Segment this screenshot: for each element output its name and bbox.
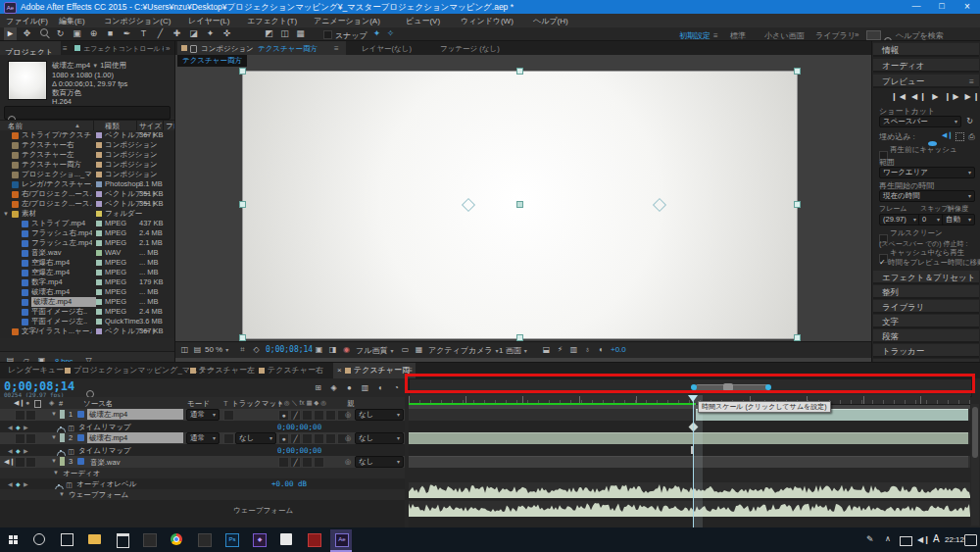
- table-row[interactable]: 破壊右.mp4MPEG... MB: [0, 287, 174, 297]
- grid-options-icon[interactable]: ▤: [191, 343, 204, 356]
- keyframe-toggle-icon[interactable]: ◆: [16, 480, 21, 487]
- parent-dropdown[interactable]: なし: [355, 456, 404, 468]
- transport-controls[interactable]: ❙◀ ◀❙ ▶ ❙▶ ▶❙: [891, 92, 980, 101]
- file-explorer-icon[interactable]: [88, 534, 101, 544]
- snap-checkbox[interactable]: [323, 30, 332, 39]
- workspace-small-screen[interactable]: 小さい画面: [764, 30, 804, 41]
- layer-color-chip[interactable]: [60, 457, 65, 466]
- workspace-library[interactable]: ライブラリ: [815, 30, 856, 41]
- view-axis-mode-icon[interactable]: ▦: [294, 27, 307, 40]
- rotate-tool-icon[interactable]: ↻: [54, 27, 67, 40]
- menu-composition[interactable]: コンポジション(C): [104, 16, 171, 26]
- layer-expander-icon[interactable]: ▼: [51, 458, 57, 464]
- layer-source-name[interactable]: 破壊右.mp4: [87, 432, 183, 443]
- property-row[interactable]: ◀ ◆ ▶ ◫ オーディオレベル +0.00 dB: [0, 478, 405, 489]
- panel-paragraph[interactable]: 段落: [873, 329, 979, 343]
- property-name[interactable]: タイムリマップ: [78, 423, 131, 432]
- region-of-interest-icon[interactable]: ▭: [399, 343, 412, 356]
- property-row[interactable]: ◀ ◆ ▶ ◫ タイムリマップ 0;00;00;00: [0, 421, 405, 432]
- selection-tool-icon[interactable]: ►: [4, 27, 17, 40]
- action-center-icon[interactable]: [964, 534, 977, 546]
- network-icon[interactable]: [900, 536, 912, 546]
- next-keyframe-icon[interactable]: ▶: [24, 480, 28, 487]
- sort-ascending-icon[interactable]: ▲: [74, 123, 80, 128]
- menu-effect[interactable]: エフェクト(T): [247, 16, 297, 26]
- workspace-bar-icon[interactable]: [866, 30, 881, 40]
- panel-align[interactable]: 整列: [873, 285, 979, 299]
- panel-libraries[interactable]: ライブラリ: [873, 300, 979, 314]
- layer-color-chip[interactable]: [60, 433, 65, 442]
- menu-layer[interactable]: レイヤー(L): [188, 16, 229, 26]
- solo-toggle[interactable]: [25, 433, 36, 444]
- layer-row[interactable]: ◀❙ ▼ 3 音楽.wav ╱ ◎ なし: [0, 456, 405, 468]
- property-row[interactable]: ◀ ◆ ▶ ◫ タイムリマップ 0;00;00;00: [0, 444, 405, 456]
- workspace-menu-icon[interactable]: ≡: [713, 31, 718, 40]
- keyframe-toggle-icon[interactable]: ◆: [16, 424, 21, 430]
- selection-handle[interactable]: [516, 334, 523, 341]
- prev-keyframe-icon[interactable]: ◀: [8, 424, 13, 430]
- layer-row[interactable]: ▼ 1 破壊左.mp4 通常 ●╱ ◎ なし: [0, 409, 405, 421]
- tab-comp-texture-both[interactable]: × テクスチャー両方 ≡: [333, 363, 416, 378]
- table-row[interactable]: 右/プロジェク...ース.aiベクトルアート351 KB: [0, 189, 174, 199]
- table-row[interactable]: フラッシュ右.mp4MPEG2.4 MB: [0, 228, 174, 238]
- audio-toggle[interactable]: [15, 410, 25, 421]
- menu-edit[interactable]: 編集(E): [59, 16, 85, 26]
- minimize-button[interactable]: —: [904, 0, 929, 14]
- magnification-dropdown[interactable]: 50 %: [205, 345, 228, 354]
- parent-dropdown[interactable]: なし: [355, 409, 404, 421]
- pixel-aspect-correction-icon[interactable]: ⬓: [540, 343, 553, 356]
- menu-animation[interactable]: アニメーション(A): [314, 16, 380, 26]
- panel-preview-header[interactable]: プレビュー ≡: [873, 75, 979, 88]
- panel-info[interactable]: 情報: [873, 43, 979, 57]
- workspace-overflow-icon[interactable]: »: [855, 30, 858, 39]
- selection-handle[interactable]: [239, 201, 246, 208]
- skip-dropdown[interactable]: 0: [918, 214, 944, 226]
- reset-exposure-icon[interactable]: ◐: [595, 343, 608, 356]
- pan-behind-tool-icon[interactable]: ⊕: [87, 27, 100, 40]
- tab-effect-controls[interactable]: エフェクトコントロール 破壊左: [83, 44, 164, 54]
- resolution-dropdown[interactable]: フル画質: [356, 345, 393, 356]
- layer-row[interactable]: ▼ 2 破壊右.mp4 通常 なし ●╱ ◎ なし: [0, 432, 405, 444]
- blend-mode-dropdown[interactable]: 通常: [186, 409, 220, 421]
- mode-column[interactable]: モード: [187, 399, 210, 409]
- clone-stamp-tool-icon[interactable]: ✚: [171, 27, 183, 40]
- scrollbar-thumb[interactable]: [972, 407, 978, 458]
- comp-navigator-breadcrumb[interactable]: テクスチャー両方: [177, 55, 247, 67]
- app-icon-dark-2[interactable]: [198, 533, 212, 547]
- keyframe-toggle-icon[interactable]: ◆: [16, 447, 21, 454]
- show-snapshot-icon[interactable]: ◨: [326, 343, 339, 356]
- cortana-search-icon[interactable]: [33, 533, 45, 545]
- shortcut-dropdown[interactable]: スペースバー: [879, 116, 961, 127]
- switches-column-icons[interactable]: ● ◎ ＼ fx ▦ ◆ ◎: [278, 399, 326, 408]
- table-row[interactable]: 文字/イラスト...ャー.aiベクトルアート367 KB: [0, 326, 174, 336]
- solo-column-icon[interactable]: ●: [25, 399, 29, 406]
- table-row[interactable]: プロジェクショ..._マスターコンポジション: [0, 170, 174, 179]
- folder-expander-icon[interactable]: ▼: [3, 209, 9, 219]
- panel-character[interactable]: 文字: [873, 315, 979, 328]
- local-axis-mode-icon[interactable]: ◩: [263, 27, 275, 40]
- solo-toggle[interactable]: [25, 410, 36, 421]
- workspace-default[interactable]: 初期設定: [679, 30, 710, 41]
- parent-dropdown[interactable]: なし: [355, 432, 404, 444]
- selection-handle[interactable]: [794, 68, 801, 75]
- motion-blur-icon[interactable]: ◐: [374, 381, 387, 394]
- table-row[interactable]: 左/プロジェク...ース.aiベクトルアート351 KB: [0, 199, 174, 209]
- ime-indicator[interactable]: A: [933, 533, 940, 544]
- snap-option-icon[interactable]: ✦: [370, 27, 383, 40]
- export-icon[interactable]: ⎙: [965, 130, 978, 143]
- comp-panel-menu-icon[interactable]: ≡: [334, 44, 339, 53]
- layer-color-chip[interactable]: [60, 410, 65, 419]
- selection-handle[interactable]: [794, 201, 801, 208]
- number-column[interactable]: #: [59, 399, 63, 408]
- transparency-grid-icon[interactable]: ▦: [413, 343, 425, 356]
- group-expander-icon[interactable]: ▼: [59, 491, 65, 497]
- audio-toggle[interactable]: [15, 457, 25, 468]
- show-channels-icon[interactable]: ◉: [340, 343, 353, 356]
- fast-previews-icon[interactable]: ⚡: [554, 343, 566, 356]
- next-keyframe-icon[interactable]: ▶: [24, 424, 28, 430]
- maximize-button[interactable]: □: [929, 0, 955, 14]
- table-row[interactable]: 音楽.wavWAV... MB: [0, 248, 174, 258]
- range-dropdown[interactable]: ワークエリア: [879, 167, 975, 178]
- audio-toggle[interactable]: [15, 433, 25, 444]
- reset-icon[interactable]: ↻: [963, 115, 976, 127]
